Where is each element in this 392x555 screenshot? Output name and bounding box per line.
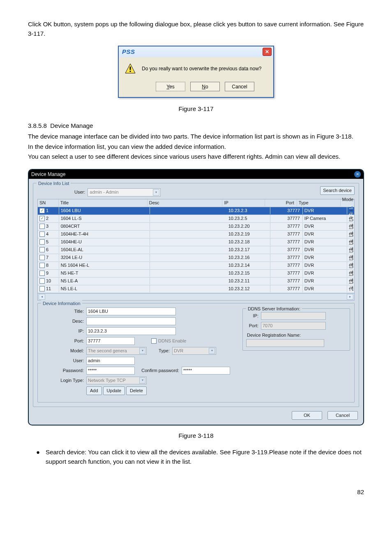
table-row[interactable]: 10N5 LE-A10.23.2.1137777DVR二代I (38, 278, 354, 285)
table-row[interactable]: 61604LE-AL10.23.2.1737777DVR二代I (38, 246, 354, 254)
device-table: SN Title Desc IP Port Type Mode ▴ ✓11604… (37, 199, 355, 301)
row-checkbox[interactable] (39, 271, 45, 276)
dialog-app-name: PSS (120, 47, 135, 57)
user-select-value: admin - Admin (90, 189, 118, 196)
cancel-button[interactable]: Cancel (327, 411, 358, 420)
table-row[interactable]: 51604HE-U10.23.2.1837777DVR二代I (38, 238, 354, 246)
row-checkbox[interactable] (39, 255, 45, 260)
bullet-text: Search device: You can click it to view … (46, 448, 364, 466)
password-field[interactable]: ***** (86, 367, 135, 375)
field-label: Desc: (42, 318, 86, 325)
ddns-group: DDNS Server Information: IP: Port:7070 D… (242, 308, 350, 351)
login-type-select[interactable]: Network Type TCP▾ (86, 377, 147, 384)
field-label: Port: (42, 338, 86, 345)
row-checkbox[interactable] (39, 286, 45, 291)
table-row[interactable]: 9N5 HE-T10.23.2.1537777DVR二代I (38, 270, 354, 278)
close-icon[interactable]: ✕ (263, 48, 272, 56)
page-number: 82 (28, 488, 364, 497)
horizontal-scrollbar[interactable]: ◂ ▸ (38, 293, 354, 300)
warning-icon (125, 63, 136, 74)
section-heading: 3.8.5.8 Device Manage (28, 121, 364, 131)
col-ip[interactable]: IP (222, 199, 265, 206)
field-label: Login Type: (42, 377, 86, 384)
dialog-message: Do you really want to overwrite the prev… (142, 65, 262, 72)
figure-caption-118: Figure 3-118 (28, 431, 364, 441)
search-device-button[interactable]: Search device (320, 186, 355, 195)
no-button[interactable]: No (190, 82, 220, 91)
table-row[interactable]: 8N5 1604 HE-L10.23.2.1437777DVR二代I (38, 262, 354, 270)
table-row[interactable]: 11N5 LE-L10.23.2.1237777DVR二代I (38, 285, 354, 293)
field-label: IP: (42, 328, 86, 335)
ddns-port-field: 7070 (261, 322, 326, 330)
row-checkbox[interactable] (39, 263, 45, 268)
scroll-left-icon[interactable]: ◂ (39, 294, 45, 300)
row-checkbox[interactable]: ✓ (39, 208, 45, 213)
ddns-ip-field (261, 312, 326, 320)
field-label: IP: (246, 312, 261, 319)
ddns-reg-name-field (246, 339, 324, 347)
col-desc[interactable]: Desc (148, 199, 223, 206)
table-row[interactable]: ✓11604 LBU10.23.2.337777DVR二代 (38, 207, 354, 215)
model-select[interactable]: The second genera▾ (86, 347, 147, 355)
user-field[interactable]: admin (86, 357, 135, 365)
intro-paragraph: Click OK button, system pops up the foll… (28, 20, 364, 38)
svg-rect-1 (130, 67, 131, 70)
col-port[interactable]: Port (265, 199, 297, 206)
device-information-panel: Device Information Title:1604 LBU Desc: … (37, 303, 355, 402)
ip-field[interactable]: 10.23.2.3 (86, 327, 176, 335)
row-checkbox[interactable] (39, 247, 45, 252)
row-checkbox[interactable] (39, 231, 45, 237)
chevron-down-icon: ▾ (139, 377, 145, 384)
bullet-icon: ● (28, 448, 40, 466)
group-legend: Device Info List (37, 180, 71, 187)
col-title[interactable]: Title (59, 199, 148, 206)
scroll-right-icon[interactable]: ▸ (347, 294, 353, 300)
chevron-down-icon: ▾ (209, 348, 215, 354)
ddns-enable-checkbox[interactable] (151, 338, 157, 344)
confirm-password-field[interactable]: ***** (182, 367, 230, 375)
table-row[interactable]: 73204 LE-U10.23.2.1637777DVR二代I (38, 254, 354, 262)
col-type[interactable]: Type (297, 199, 341, 206)
desc-field[interactable] (86, 317, 176, 325)
field-label: Model: (42, 347, 86, 354)
paragraph: The device manage interface can be divid… (28, 132, 364, 141)
field-label: Password: (42, 367, 86, 374)
table-row[interactable]: ✓21604 LL-S10.23.2.537777IP Camera二代I (38, 215, 354, 223)
svg-rect-2 (130, 71, 131, 72)
row-checkbox[interactable] (39, 224, 45, 229)
field-label: Type: (147, 347, 172, 354)
add-button[interactable]: Add (86, 386, 102, 395)
update-button[interactable]: Update (103, 386, 125, 395)
field-label: User: (42, 357, 86, 364)
yes-button[interactable]: Yes (156, 82, 185, 91)
type-select[interactable]: DVR▾ (172, 347, 216, 355)
cancel-button[interactable]: Cancel (225, 82, 254, 91)
col-sn[interactable]: SN (38, 199, 59, 206)
row-checkbox[interactable] (39, 239, 45, 245)
user-select[interactable]: admin - Admin ▾ (88, 188, 161, 197)
ok-button[interactable]: OK (292, 411, 322, 420)
table-header: SN Title Desc IP Port Type Mode ▴ (38, 199, 354, 207)
field-label: Title: (42, 308, 86, 315)
ddns-enable-label: DDNS Enable (158, 338, 186, 345)
row-checkbox[interactable] (39, 278, 45, 284)
device-manage-window: Device Manage ✕ Device Info List Search … (28, 169, 364, 426)
chevron-down-icon: ▾ (139, 348, 145, 354)
field-label: Device Registration Name: (247, 332, 346, 339)
group-legend: DDNS Server Information: (246, 305, 302, 312)
paragraph: In the device information list, you can … (28, 142, 364, 152)
figure-caption-117: Figure 3-117 (28, 104, 364, 114)
group-legend: Device Information (41, 300, 82, 307)
paragraph: You can select a user to see different d… (28, 152, 364, 162)
port-field[interactable]: 37777 (86, 337, 135, 345)
user-label: User: (74, 189, 85, 196)
window-title: Device Manage (31, 171, 65, 178)
title-field[interactable]: 1604 LBU (86, 308, 176, 315)
table-row[interactable]: 30804CRT10.23.2.2037777DVR二代I (38, 223, 354, 231)
row-checkbox[interactable]: ✓ (39, 216, 45, 221)
table-row[interactable]: 41604HE-T-4H10.23.2.1937777DVR二代I (38, 231, 354, 238)
overwrite-dialog: PSS ✕ Do you really want to overwrite th… (118, 46, 274, 98)
delete-button[interactable]: Delete (126, 386, 147, 395)
close-icon[interactable]: ✕ (354, 171, 361, 178)
field-label: Port: (246, 322, 261, 329)
